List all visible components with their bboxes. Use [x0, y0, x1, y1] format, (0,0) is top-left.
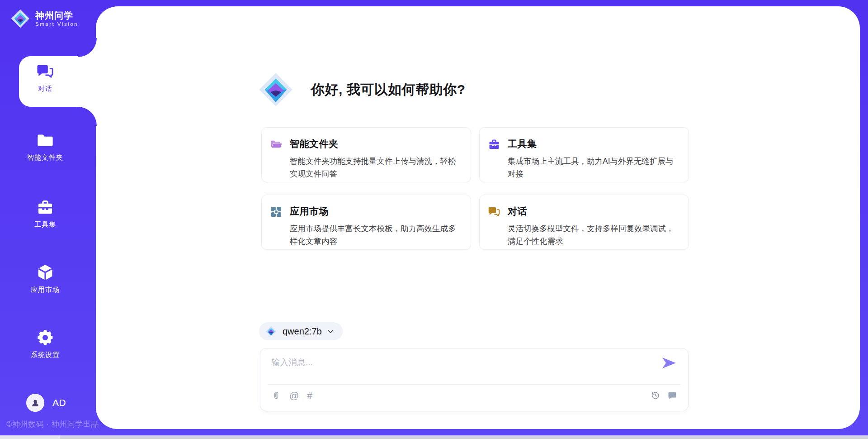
card-description: 灵活切换多模型文件，支持多样回复效果调试，满足个性化需求 — [508, 222, 679, 248]
model-selector[interactable]: qwen2:7b — [259, 322, 343, 340]
folder-icon — [36, 131, 54, 149]
card-title: 对话 — [508, 205, 679, 218]
diamond-logo-icon — [265, 325, 277, 338]
attachment-icon[interactable] — [271, 391, 281, 401]
sidebar-item-label: 应用市场 — [31, 286, 60, 294]
app-subtitle: Smart Vision — [35, 21, 78, 27]
card-chat[interactable]: 对话 灵活切换多模型文件，支持多样回复效果调试，满足个性化需求 — [479, 195, 689, 250]
copyright-text: ©神州数码 · 神州问学出品 — [6, 419, 99, 429]
app-logo: 神州问学 Smart Vision — [10, 8, 78, 29]
toolbox-icon — [36, 198, 54, 216]
user-profile[interactable]: AD — [26, 394, 66, 412]
card-title: 应用市场 — [290, 205, 461, 218]
sidebar-item-label: 智能文件夹 — [27, 153, 63, 162]
history-icon[interactable] — [651, 391, 660, 401]
chat-icon — [36, 62, 54, 81]
card-smart-folder[interactable]: 智能文件夹 智能文件夹功能支持批量文件上传与清洗，轻松实现文件问答 — [261, 127, 471, 182]
user-initials: AD — [52, 397, 66, 408]
browser-edge-strip-left — [0, 435, 60, 439]
cube-icon — [36, 263, 54, 282]
gear-icon — [36, 329, 54, 347]
diamond-logo-icon — [257, 71, 295, 109]
folder-open-icon — [270, 138, 283, 151]
card-description: 应用市场提供丰富长文本模板，助力高效生成多样化文章内容 — [290, 222, 461, 248]
composer-divider — [268, 384, 681, 385]
browser-edge-strip — [0, 435, 868, 439]
chat-icon — [488, 205, 500, 218]
hashtag-icon[interactable]: # — [307, 391, 312, 401]
card-description: 集成市场上主流工具，助力AI与外界无缝扩展与对接 — [508, 155, 679, 180]
sidebar-item-label: 对话 — [38, 85, 52, 93]
person-icon — [30, 397, 41, 408]
feature-cards: 智能文件夹 智能文件夹功能支持批量文件上传与清洗，轻松实现文件问答 工具集 集成… — [261, 127, 689, 250]
sidebar-item-label: 工具集 — [34, 220, 56, 229]
send-icon[interactable] — [661, 356, 677, 370]
app-title: 神州问学 — [35, 10, 78, 21]
sidebar-item-toolset[interactable]: 工具集 — [0, 198, 90, 229]
toolbox-icon — [488, 138, 500, 151]
sidebar-item-smart-folder[interactable]: 智能文件夹 — [0, 131, 90, 162]
card-title: 工具集 — [508, 138, 679, 150]
message-composer: @ # — [260, 348, 689, 411]
greeting: 你好, 我可以如何帮助你? — [257, 71, 466, 109]
card-app-market[interactable]: 应用市场 应用市场提供丰富长文本模板，助力高效生成多样化文章内容 — [261, 195, 471, 250]
avatar[interactable] — [26, 394, 44, 412]
sidebar-item-chat[interactable]: 对话 — [0, 62, 90, 93]
sidebar-item-app-market[interactable]: 应用市场 — [0, 263, 90, 294]
sidebar-item-label: 系统设置 — [31, 351, 60, 359]
diamond-logo-icon — [10, 8, 31, 29]
card-toolset[interactable]: 工具集 集成市场上主流工具，助力AI与外界无缝扩展与对接 — [479, 127, 689, 182]
grid-icon — [270, 205, 283, 218]
composer-left-tools: @ # — [271, 391, 312, 401]
greeting-text: 你好, 我可以如何帮助你? — [311, 81, 466, 99]
app-window: 神州问学 Smart Vision 对话 智能文件夹 工具集 应用市场 — [0, 0, 868, 439]
composer-right-tools — [651, 391, 677, 401]
card-title: 智能文件夹 — [290, 138, 461, 150]
chevron-down-icon — [327, 329, 334, 334]
card-description: 智能文件夹功能支持批量文件上传与清洗，轻松实现文件问答 — [290, 155, 461, 180]
mention-icon[interactable]: @ — [289, 391, 299, 401]
message-input[interactable] — [271, 358, 651, 367]
conversation-icon[interactable] — [667, 391, 677, 401]
model-name: qwen2:7b — [283, 326, 322, 337]
sidebar-item-settings[interactable]: 系统设置 — [0, 329, 90, 359]
